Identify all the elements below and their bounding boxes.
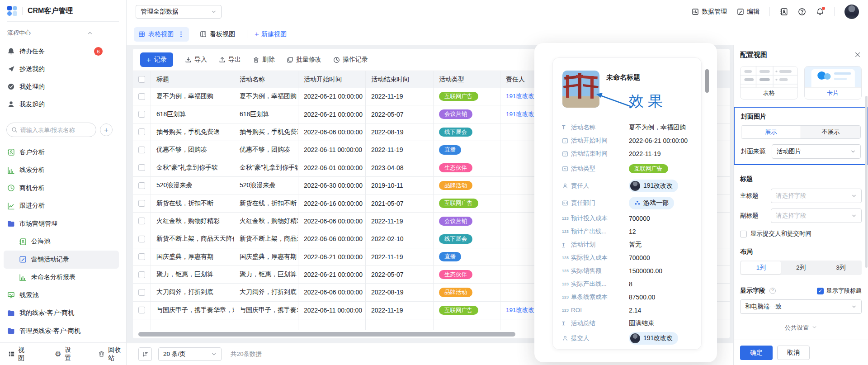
view-type-card[interactable]: 卡片 bbox=[804, 66, 862, 100]
tab-kanban-view[interactable]: 看板视图 bbox=[195, 27, 240, 42]
sidebar-item[interactable]: 公海池 bbox=[0, 233, 126, 251]
add-record-label: 记录 bbox=[154, 56, 167, 64]
sidebar-item[interactable]: 营销活动记录 bbox=[4, 251, 119, 269]
edit-button[interactable]: 编辑 bbox=[737, 8, 760, 16]
add-record-button[interactable]: + 记录 bbox=[140, 52, 173, 67]
main-title-select[interactable]: 请选择字段 bbox=[771, 189, 862, 203]
contact-icon bbox=[19, 238, 27, 246]
confirm-button[interactable]: 确定 bbox=[740, 346, 773, 360]
view-type-table[interactable]: 表格 bbox=[740, 66, 798, 100]
row-checkbox[interactable] bbox=[138, 289, 145, 296]
row-checkbox[interactable] bbox=[138, 253, 145, 260]
help-button[interactable] bbox=[798, 8, 806, 16]
row-checkbox[interactable] bbox=[138, 128, 145, 135]
sidebar-item[interactable]: 抄送我的 bbox=[0, 60, 126, 78]
sidebar-item[interactable]: 商机分析 bbox=[0, 179, 126, 197]
row-checkbox[interactable] bbox=[138, 200, 145, 207]
cover-show-option[interactable]: 展示 bbox=[741, 126, 801, 138]
sidebar-section-process[interactable]: 流程中心 bbox=[7, 29, 119, 37]
new-view-button[interactable]: + 新建视图 bbox=[255, 30, 287, 38]
column-header: 活动结束时间 bbox=[366, 71, 434, 88]
address-book-button[interactable] bbox=[780, 8, 788, 16]
workspace-select[interactable]: 管理全部数据 bbox=[136, 5, 222, 19]
bars-icon bbox=[7, 166, 15, 174]
sidebar: CRM客户管理 流程中心 待办任务6抄送我的我处理的我发起的 + 客户分析线索分… bbox=[0, 0, 127, 365]
row-checkbox[interactable] bbox=[138, 93, 145, 100]
row-height-button[interactable] bbox=[138, 347, 152, 361]
layout-option[interactable]: 3列 bbox=[821, 261, 861, 274]
sidebar-item[interactable]: 待办任务6 bbox=[0, 43, 126, 60]
kebab-menu-icon[interactable] bbox=[178, 31, 184, 38]
toolbar-export-button[interactable]: 导出 bbox=[219, 56, 241, 64]
sidebar-item[interactable]: 线索池 bbox=[0, 286, 126, 304]
sidebar-item[interactable]: 我处理的 bbox=[0, 78, 126, 95]
notifications-button[interactable] bbox=[816, 8, 824, 16]
footer-gear-button[interactable]: ⚙设置 bbox=[54, 346, 76, 362]
toolbar-action-label: 操作记录 bbox=[343, 56, 368, 64]
footer-list-button[interactable]: 视图 bbox=[8, 346, 30, 362]
row-checkbox[interactable] bbox=[138, 111, 145, 118]
help-icon[interactable]: ? bbox=[769, 288, 776, 294]
search-input[interactable] bbox=[20, 127, 84, 133]
sidebar-item[interactable]: 管理员线索-客户-商机 bbox=[0, 322, 126, 340]
close-icon[interactable] bbox=[854, 52, 861, 58]
user-pill: 191改改改 bbox=[629, 180, 678, 192]
cell-activity-type: 会议营销 bbox=[434, 213, 500, 230]
owner-link[interactable]: 191改改改 bbox=[506, 110, 534, 119]
show-submitter-checkbox[interactable]: 显示提交人和提交时间 bbox=[740, 230, 862, 238]
row-checkbox[interactable] bbox=[138, 218, 145, 224]
checkbox[interactable] bbox=[740, 231, 747, 237]
sub-title-select[interactable]: 请选择字段 bbox=[771, 209, 862, 223]
cover-source-select[interactable]: 活动图片 bbox=[772, 144, 861, 159]
data-manage-button[interactable]: 数据管理 bbox=[692, 8, 727, 16]
sidebar-item[interactable]: 线索分析 bbox=[0, 161, 126, 180]
search-box[interactable] bbox=[6, 123, 96, 137]
tab-table-view[interactable]: 表格视图 bbox=[134, 27, 189, 42]
toolbar-import-button[interactable]: 导入 bbox=[185, 56, 207, 64]
cancel-button[interactable]: 取消 bbox=[777, 346, 810, 360]
empty-cell bbox=[434, 319, 500, 330]
chevron-down-icon bbox=[812, 325, 817, 330]
row-checkbox[interactable] bbox=[138, 307, 145, 313]
layout-option[interactable]: 1列 bbox=[741, 261, 781, 274]
horizontal-scrollbar[interactable] bbox=[138, 332, 515, 337]
show-field-title-checkbox[interactable]: ✓ 显示字段标题 bbox=[817, 287, 862, 295]
kanban-icon bbox=[200, 31, 207, 38]
layout-option[interactable]: 2列 bbox=[781, 261, 821, 274]
toolbar-clock-button[interactable]: 操作记录 bbox=[333, 56, 368, 64]
footer-trash-button[interactable]: 回收站 bbox=[98, 346, 126, 362]
chevron-up-icon[interactable] bbox=[87, 30, 93, 36]
toolbar-trash-button[interactable]: 删除 bbox=[253, 56, 275, 64]
sidebar-item[interactable]: 未命名分析报表 bbox=[0, 269, 126, 287]
preview-field: 123实际销售额1500000.00 bbox=[562, 264, 696, 277]
field-value: 2.14 bbox=[629, 307, 641, 314]
sidebar-item[interactable]: 客户分析 bbox=[0, 143, 126, 161]
cell-title: 520浪漫来袭 bbox=[151, 177, 234, 194]
row-checkbox[interactable] bbox=[138, 271, 145, 278]
sidebar-item[interactable]: 我发起的 bbox=[0, 95, 126, 113]
preview-scrollbar[interactable] bbox=[705, 69, 709, 93]
owner-link[interactable]: 191改改改 bbox=[506, 306, 534, 314]
cover-hide-option[interactable]: 不展示 bbox=[801, 126, 860, 138]
cell-start-time: 2022-06-21 00:00:00 bbox=[298, 105, 366, 123]
calendar-icon: 7 bbox=[562, 137, 568, 144]
page-size-select[interactable]: 20 条/页 bbox=[158, 347, 222, 361]
sidebar-item[interactable]: 我的线索-客户-商机 bbox=[0, 304, 126, 322]
row-checkbox[interactable] bbox=[138, 182, 145, 189]
fields-source-select[interactable]: 和电脑端一致 bbox=[740, 299, 862, 314]
row-checkbox[interactable] bbox=[138, 236, 145, 242]
checkbox-checked[interactable]: ✓ bbox=[817, 288, 824, 294]
select-all-checkbox[interactable] bbox=[138, 76, 145, 83]
row-checkbox[interactable] bbox=[138, 147, 145, 153]
sidebar-item[interactable]: 市场营销管理 bbox=[0, 215, 126, 233]
user-avatar[interactable] bbox=[844, 5, 859, 19]
panel-scrollbar[interactable] bbox=[865, 96, 868, 268]
row-checkbox[interactable] bbox=[138, 164, 145, 171]
toolbar-batch-button[interactable]: 批量修改 bbox=[287, 56, 321, 64]
owner-link[interactable]: 191改改改 bbox=[506, 92, 534, 100]
footer-item-label: 回收站 bbox=[108, 346, 126, 362]
sidebar-item[interactable]: 跟进分析 bbox=[0, 197, 126, 215]
add-form-button[interactable]: + bbox=[100, 123, 113, 136]
common-settings-toggle[interactable]: 公共设置 bbox=[734, 324, 868, 332]
user-solid-icon bbox=[7, 100, 15, 108]
